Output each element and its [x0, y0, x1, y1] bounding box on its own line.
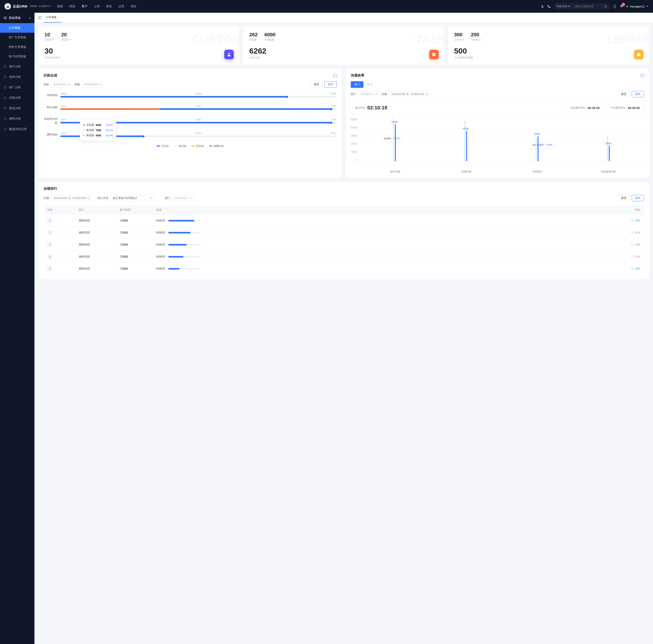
expand-icon[interactable]	[334, 74, 337, 77]
x-axis-label: 有效通话	[502, 168, 573, 174]
perf-bar	[168, 268, 200, 270]
seg-tab[interactable]: 部门	[351, 81, 363, 88]
logo[interactable]: ☁ 云朵CRM 教育机构一站 式服务平台	[4, 3, 50, 9]
stat-card: LIBRAR 300回库客户200放弃客户 500今日即将回库数	[448, 27, 649, 65]
logo-subtitle: 教育机构一站 式服务平台	[30, 5, 50, 7]
comm-stats-bar: 通话时长02:10:19有效通话时长02:10:19平均通话时长02:10:19	[351, 101, 644, 114]
svg-line-2	[606, 7, 607, 7]
stat-label: 有效客户	[44, 38, 54, 42]
rank-reset-button[interactable]: 重置	[618, 195, 630, 201]
stat-big-label: 今日首咨客户	[44, 56, 233, 60]
top-nav-item[interactable]: 线索	[69, 4, 75, 8]
svg-rect-6	[5, 17, 6, 18]
goal-row: 业绩目标 ¥4000¥6000¥7000	[44, 93, 337, 97]
rank-date-range[interactable]: 2018/01/08至2018/01/08	[51, 195, 92, 201]
top-nav-item[interactable]: 报名	[130, 4, 137, 8]
close-icon[interactable]: ×	[58, 16, 60, 19]
sidebar-item[interactable]: 数据流转记录	[0, 124, 34, 134]
rank-badge: 3	[47, 242, 53, 247]
svg-point-1	[605, 5, 606, 7]
rank-badge: 5	[47, 266, 53, 271]
top-nav-item[interactable]: 数据	[57, 4, 63, 8]
sidebar-item[interactable]: 销售分析	[0, 113, 34, 124]
cell-manager: 王嘟嘟	[120, 255, 156, 259]
svg-rect-18	[426, 93, 428, 95]
ratio-arrow-icon: ↓	[631, 231, 634, 234]
rank-method-select[interactable]: 按工单客户经理统计	[111, 195, 154, 201]
comm-query-button[interactable]: 查询	[632, 91, 644, 97]
comm-stat-item: 通话时长02:10:19	[355, 105, 454, 111]
sidebar-item[interactable]: 漏斗分析	[0, 61, 34, 72]
sidebar-item[interactable]: 推广分析	[0, 82, 34, 93]
stat-big-number: 30	[44, 47, 233, 55]
stat-label: 回库客户	[454, 38, 464, 42]
stat-label: 放弃客户	[471, 38, 481, 42]
legend-item: 已完成	[157, 144, 169, 148]
user-icon[interactable]	[540, 4, 544, 8]
cell-dept: 销售四部	[79, 231, 120, 235]
user-menu[interactable]: manager11	[627, 5, 649, 8]
search-input[interactable]	[573, 5, 602, 8]
tab-company-board[interactable]: 公司看板 ×	[44, 13, 62, 23]
cell-manager: 王嘟嘟	[120, 267, 156, 271]
notification-badge: 5	[622, 3, 625, 6]
top-nav-item[interactable]: 公海	[94, 4, 100, 8]
stat-label: 可领取数	[264, 38, 275, 42]
table-row: 3 销售四部 王嘟嘟 ¥19020 ↓12%	[44, 239, 644, 251]
top-nav-item[interactable]: 财务	[106, 4, 112, 8]
search-type-select[interactable]: 手机号码	[554, 4, 573, 8]
chart-legend: 已完成未完成应完成超额完成	[44, 144, 337, 148]
rank-query-button[interactable]: 查询	[632, 195, 644, 201]
stat-cards-row: CUSTOM 10有效客户20通话客户 30今日首咨客户 TASK 262领取数…	[39, 27, 649, 65]
comm-dept-select[interactable]: 请选择部门	[359, 91, 379, 97]
comm-reset-button[interactable]: 重置	[618, 91, 630, 97]
mobile-icon[interactable]	[613, 4, 616, 8]
cell-perf-value: ¥19020	[156, 219, 165, 222]
goal-target-select[interactable]: 请选择目标	[51, 81, 72, 88]
phone-icon[interactable]	[547, 4, 551, 8]
cell-manager: 王嘟嘟	[120, 243, 156, 247]
nav-icon	[4, 107, 7, 110]
sidebar-sub-item[interactable]: 销售主管看板	[0, 42, 34, 52]
comm-date-range[interactable]: 2018/01/08至2018/01/08	[389, 91, 430, 97]
top-nav: 数据线索客户公海财务运营报名	[57, 4, 137, 8]
nav-icon	[4, 65, 7, 68]
rank-badge: 4	[47, 254, 53, 259]
menu-toggle-icon[interactable]	[38, 16, 41, 19]
calendar-icon	[87, 197, 90, 200]
stat-card: TASK 262领取数6000可领取数 6262今日任务	[243, 27, 444, 65]
sidebar-sub-item[interactable]: 客户经理看板	[0, 52, 34, 61]
x-axis-label: 接通次数	[431, 168, 502, 174]
goal-period-select[interactable]: 请选择周期	[82, 81, 103, 88]
top-nav-item[interactable]: 运营	[118, 4, 124, 8]
sidebar-item[interactable]: 成本分析	[0, 72, 34, 82]
nav-icon	[4, 75, 7, 78]
stat-icon	[224, 50, 234, 59]
expand-icon[interactable]	[641, 74, 644, 77]
seg-tab[interactable]: 个人	[363, 81, 376, 88]
cell-ratio: 12%	[635, 255, 640, 258]
sidebar-sub-item[interactable]: 公司看板	[0, 23, 34, 33]
rank-dept-select[interactable]: 请选择部门	[173, 195, 194, 201]
rank-badge: 2	[47, 230, 53, 235]
sidebar-sub-item[interactable]: 推广主管看板	[0, 33, 34, 42]
goal-row: 呼出目标 300050007000	[44, 105, 337, 110]
bar-group: 18000	[573, 136, 644, 161]
stat-label: 通话客户	[61, 38, 71, 42]
sidebar-item[interactable]: 渠道分析	[0, 103, 34, 113]
sidebar-section-dashboard[interactable]: 数据看板	[0, 13, 34, 23]
goal-period-label: 周期	[74, 83, 80, 87]
top-nav-item[interactable]: 客户	[81, 4, 88, 8]
sidebar-item[interactable]: 访客分析	[0, 93, 34, 103]
goals-query-button[interactable]: 查询	[324, 81, 337, 88]
cell-dept: 销售四部	[79, 255, 120, 259]
calendar-icon	[425, 93, 428, 95]
comm-bar-chart: 50000400003000020000100000 接通率：70.9% 有效接…	[351, 118, 644, 168]
goals-reset-button[interactable]: 重置	[310, 81, 323, 88]
bar-group: 35000	[430, 120, 501, 161]
search-button[interactable]	[602, 3, 610, 10]
bell-icon[interactable]: 5	[620, 4, 623, 8]
stat-icon	[429, 50, 439, 59]
stat-number: 200	[471, 32, 481, 38]
goal-label: 有效呼出目标	[44, 117, 60, 125]
